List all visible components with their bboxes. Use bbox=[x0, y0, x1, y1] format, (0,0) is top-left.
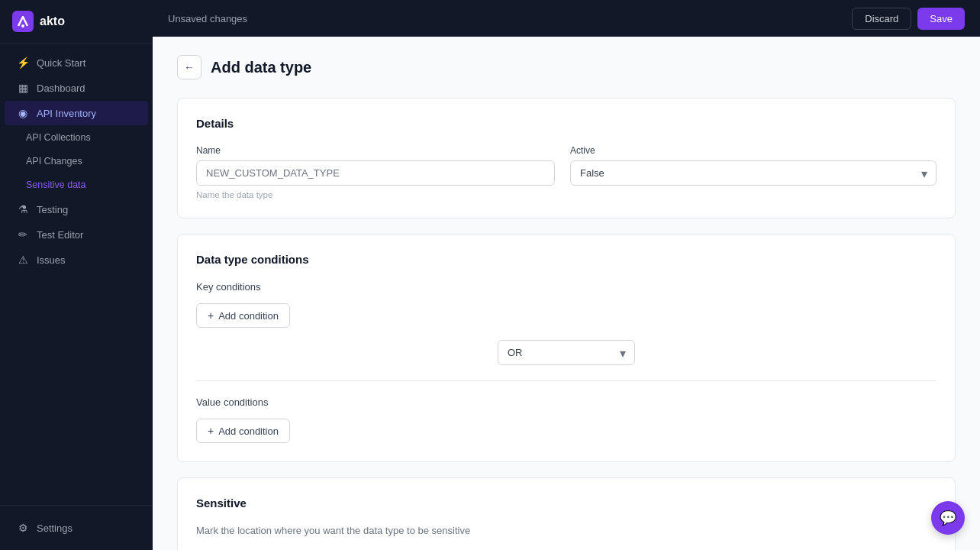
active-form-group: Active False True bbox=[570, 145, 936, 186]
active-select-wrapper: False True bbox=[570, 160, 936, 186]
api-inventory-icon: ◉ bbox=[17, 107, 29, 119]
add-key-condition-icon: + bbox=[208, 309, 214, 322]
akto-logo-icon bbox=[12, 11, 34, 32]
page-header: ← Add data type bbox=[177, 55, 956, 79]
sensitive-card: Sensitive Mark the location where you wa… bbox=[177, 477, 956, 550]
logo-text: akto bbox=[40, 15, 65, 28]
sidebar-bottom: ⚙ Settings bbox=[0, 505, 153, 550]
key-conditions-label: Key conditions bbox=[196, 281, 936, 293]
test-editor-icon: ✏ bbox=[17, 228, 29, 241]
page-title: Add data type bbox=[211, 59, 311, 76]
add-value-condition-icon: + bbox=[208, 425, 214, 437]
name-hint: Name the data type bbox=[196, 190, 555, 199]
save-button[interactable]: Save bbox=[917, 8, 965, 30]
quick-start-icon: ⚡ bbox=[17, 57, 29, 69]
chat-bubble-button[interactable]: 💬 bbox=[931, 501, 965, 535]
back-button[interactable]: ← bbox=[177, 55, 201, 79]
or-select[interactable]: OR AND bbox=[498, 340, 635, 365]
active-select[interactable]: False True bbox=[570, 160, 936, 186]
conditions-divider bbox=[196, 380, 936, 381]
sidebar: akto ⚡ Quick Start ▦ Dashboard ◉ API Inv… bbox=[0, 0, 153, 550]
issues-icon: ⚠ bbox=[17, 254, 29, 266]
name-input[interactable] bbox=[196, 160, 555, 186]
main-area: Unsaved changes Discard Save ← Add data … bbox=[153, 0, 980, 550]
svg-rect-0 bbox=[12, 11, 34, 32]
sidebar-item-testing[interactable]: ⚗ Testing bbox=[5, 197, 148, 222]
name-label: Name bbox=[196, 145, 555, 156]
discard-button[interactable]: Discard bbox=[852, 8, 911, 30]
logo-area: akto bbox=[0, 0, 153, 44]
sidebar-item-sensitive-data[interactable]: Sensitive data bbox=[5, 173, 148, 196]
settings-icon: ⚙ bbox=[17, 522, 29, 534]
chat-icon: 💬 bbox=[940, 510, 956, 526]
sidebar-item-quick-start[interactable]: ⚡ Quick Start bbox=[5, 50, 148, 75]
or-select-wrapper: OR AND bbox=[498, 340, 635, 365]
add-key-condition-button[interactable]: + Add condition bbox=[196, 303, 290, 328]
sidebar-item-api-collections[interactable]: API Collections bbox=[5, 126, 148, 149]
details-card-title: Details bbox=[196, 117, 936, 130]
or-row: OR AND bbox=[196, 340, 936, 365]
topbar-actions: Discard Save bbox=[852, 8, 965, 30]
details-form-row: Name Name the data type Active False Tru… bbox=[196, 145, 936, 199]
sidebar-item-test-editor[interactable]: ✏ Test Editor bbox=[5, 222, 148, 247]
conditions-card-title: Data type conditions bbox=[196, 253, 936, 266]
content-area: ← Add data type Details Name Name the da… bbox=[153, 37, 980, 550]
add-value-condition-button[interactable]: + Add condition bbox=[196, 419, 290, 443]
sidebar-item-issues[interactable]: ⚠ Issues bbox=[5, 247, 148, 272]
sidebar-item-api-inventory[interactable]: ◉ API Inventory bbox=[5, 101, 148, 125]
dashboard-icon: ▦ bbox=[17, 82, 29, 94]
sensitive-card-title: Sensitive bbox=[196, 497, 936, 510]
svg-point-1 bbox=[21, 24, 24, 28]
sidebar-item-settings[interactable]: ⚙ Settings bbox=[5, 516, 148, 540]
sensitive-description: Mark the location where you want the dat… bbox=[196, 525, 936, 536]
testing-icon: ⚗ bbox=[17, 203, 29, 215]
details-card: Details Name Name the data type Active F… bbox=[177, 98, 956, 218]
sidebar-item-api-changes[interactable]: API Changes bbox=[5, 150, 148, 173]
back-icon: ← bbox=[184, 61, 195, 73]
unsaved-changes-label: Unsaved changes bbox=[168, 13, 247, 24]
name-form-group: Name Name the data type bbox=[196, 145, 555, 199]
conditions-card: Data type conditions Key conditions + Ad… bbox=[177, 234, 956, 462]
sidebar-nav: ⚡ Quick Start ▦ Dashboard ◉ API Inventor… bbox=[0, 44, 153, 505]
active-label: Active bbox=[570, 145, 936, 156]
sidebar-item-dashboard[interactable]: ▦ Dashboard bbox=[5, 76, 148, 100]
value-conditions-label: Value conditions bbox=[196, 396, 936, 408]
topbar: Unsaved changes Discard Save bbox=[153, 0, 980, 37]
